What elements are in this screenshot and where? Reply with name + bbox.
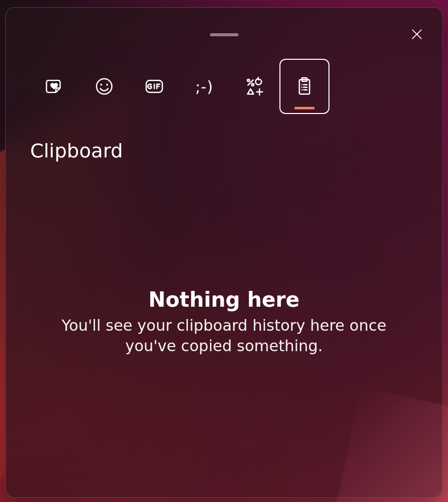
- empty-body: You'll see your clipboard history here o…: [46, 315, 402, 356]
- empty-state: Nothing here You'll see your clipboard h…: [6, 288, 442, 356]
- sticker-heart-icon: [44, 76, 64, 97]
- tab-emoji[interactable]: [79, 59, 129, 114]
- svg-point-2: [97, 79, 112, 94]
- close-button[interactable]: [406, 23, 428, 45]
- tab-recent[interactable]: [29, 59, 79, 114]
- svg-point-7: [247, 79, 249, 81]
- svg-point-4: [106, 84, 108, 86]
- svg-point-16: [301, 89, 302, 90]
- svg-point-8: [252, 84, 254, 86]
- close-icon: [410, 28, 423, 41]
- gif-icon: [144, 76, 164, 97]
- svg-point-14: [301, 84, 302, 85]
- smiley-icon: [94, 76, 114, 97]
- kaomoji-icon: ;-): [195, 78, 214, 96]
- tab-symbols[interactable]: [229, 59, 279, 114]
- tab-kaomoji[interactable]: ;-): [179, 59, 229, 114]
- category-tabs: ;-): [29, 59, 329, 114]
- clipboard-icon: [294, 76, 315, 97]
- tab-clipboard[interactable]: [279, 59, 329, 114]
- tab-gif[interactable]: [129, 59, 179, 114]
- svg-point-15: [301, 87, 302, 88]
- symbols-icon: [244, 76, 265, 97]
- empty-headline: Nothing here: [46, 288, 402, 311]
- emoji-clipboard-panel: ;-): [5, 7, 443, 498]
- section-title: Clipboard: [30, 140, 123, 162]
- drag-handle[interactable]: [210, 33, 239, 36]
- svg-point-3: [100, 84, 102, 86]
